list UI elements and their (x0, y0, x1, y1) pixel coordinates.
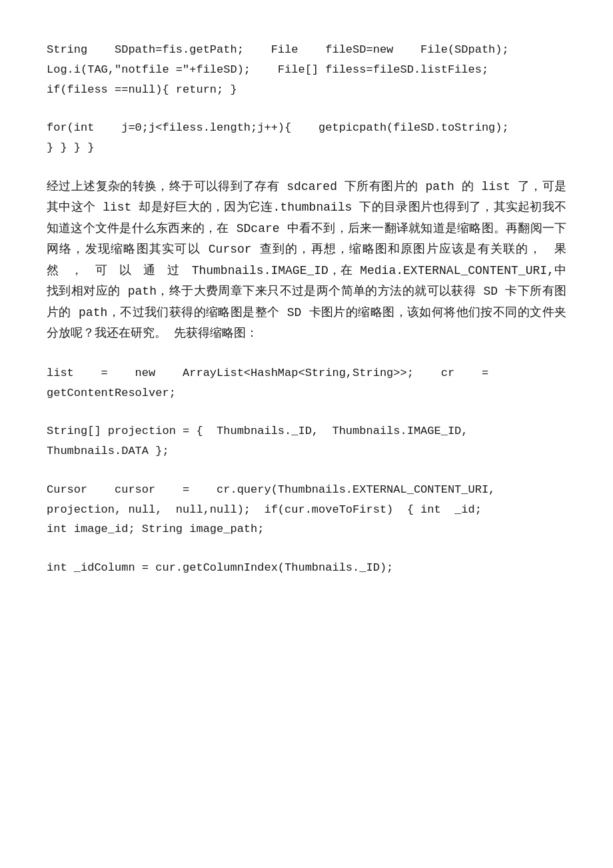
code-line: int _idColumn = cur.getColumnIndex(Thumb… (47, 558, 566, 578)
code-line: if(filess ==null){ return; } (47, 80, 566, 100)
code-line: int image_id; String image_path; (47, 519, 566, 539)
code-line: Log.i(TAG,"notfile ="+fileSD); File[] fi… (47, 60, 566, 80)
code-line: Thumbnails.DATA }; (47, 441, 566, 461)
code-line: } } } } (47, 138, 566, 158)
code-line: list = new ArrayList<HashMap<String,Stri… (47, 363, 566, 383)
code-block-2: for(int j=0;j<filess.length;j++){ getpic… (47, 118, 566, 158)
code-line: String SDpath=fis.getPath; File fileSD=n… (47, 40, 566, 60)
code-block-5: Cursor cursor = cr.query(Thumbnails.EXTE… (47, 480, 566, 539)
text-block-1: 经过上述复杂的转换，终于可以得到了存有 sdcared 下所有图片的 path … (47, 177, 566, 345)
paragraph: 经过上述复杂的转换，终于可以得到了存有 sdcared 下所有图片的 path … (47, 177, 566, 345)
code-block-6: int _idColumn = cur.getColumnIndex(Thumb… (47, 558, 566, 578)
code-line: String[] projection = { Thumbnails._ID, … (47, 421, 566, 441)
page-content: String SDpath=fis.getPath; File fileSD=n… (47, 40, 566, 578)
code-line: projection, null, null,null); if(cur.mov… (47, 500, 566, 520)
code-block-4: String[] projection = { Thumbnails._ID, … (47, 421, 566, 461)
code-line: getContentResolver; (47, 383, 566, 403)
code-block-3: list = new ArrayList<HashMap<String,Stri… (47, 363, 566, 403)
code-line: for(int j=0;j<filess.length;j++){ getpic… (47, 118, 566, 138)
code-line: Cursor cursor = cr.query(Thumbnails.EXTE… (47, 480, 566, 500)
code-block-1: String SDpath=fis.getPath; File fileSD=n… (47, 40, 566, 99)
